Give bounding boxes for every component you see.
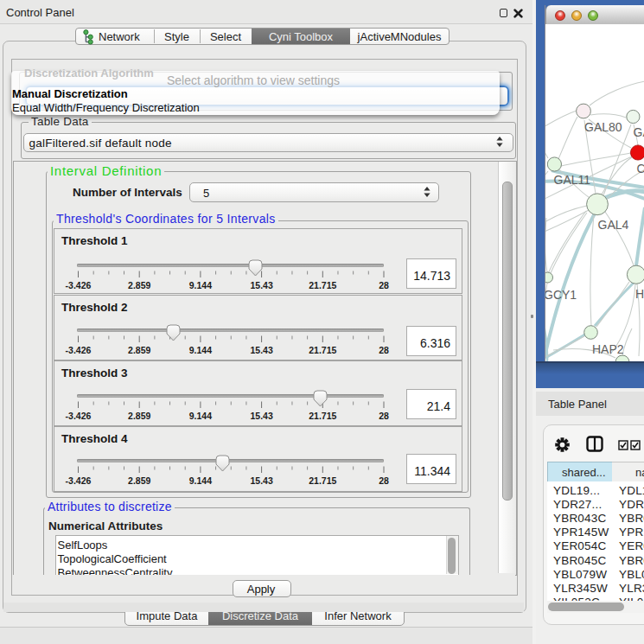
svg-text:H: H (635, 287, 644, 301)
svg-text:GCY1: GCY1 (545, 288, 577, 302)
svg-text:GAL80: GAL80 (584, 120, 622, 134)
svg-text:CY: CY (637, 162, 644, 175)
svg-text:HAP2: HAP2 (592, 342, 624, 356)
svg-text:GA: GA (634, 125, 644, 139)
svg-text:GAL4: GAL4 (598, 218, 629, 232)
svg-text:GAL11: GAL11 (554, 173, 591, 187)
